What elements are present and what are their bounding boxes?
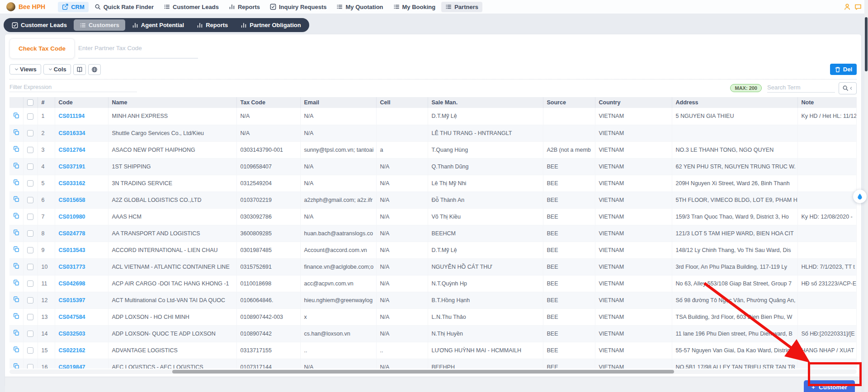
add-customer-button[interactable]: + Customer	[804, 380, 855, 392]
row-checkbox[interactable]	[27, 180, 33, 187]
globe-settings-button[interactable]	[88, 64, 101, 75]
delete-button[interactable]: Del	[830, 64, 857, 75]
customer-code-link[interactable]: CS022162	[55, 342, 108, 359]
nav-item-inquiry-requests[interactable]: Inquiry Requests	[266, 2, 330, 12]
customer-code-link[interactable]: CS016334	[55, 125, 108, 141]
tab-reports[interactable]: Reports	[191, 19, 234, 31]
chat-icon[interactable]	[854, 3, 862, 10]
copy-row-icon[interactable]	[9, 125, 23, 141]
customer-code-link[interactable]: CS010980	[55, 208, 108, 225]
copy-row-icon[interactable]	[9, 141, 23, 158]
column-header-note[interactable]: Note	[797, 97, 857, 108]
row-checkbox[interactable]	[27, 347, 33, 354]
person-icon[interactable]	[844, 3, 851, 10]
check-tax-code-button[interactable]: Check Tax Code	[9, 38, 75, 59]
horizontal-scrollbar-thumb[interactable]	[172, 370, 674, 373]
column-header-address[interactable]: Address	[672, 97, 797, 108]
column-header-source[interactable]: Source	[543, 97, 595, 108]
nav-item-reports[interactable]: Reports	[225, 2, 264, 12]
row-checkbox[interactable]	[27, 247, 33, 253]
nav-item-my-booking[interactable]: My Booking	[389, 2, 440, 12]
copy-row-icon[interactable]	[9, 108, 23, 125]
column-header-tax-code[interactable]: Tax Code	[236, 97, 300, 108]
book-view-button[interactable]	[73, 64, 86, 75]
customer-code-link[interactable]: CS042698	[55, 275, 108, 292]
column-header-country[interactable]: Country	[595, 97, 672, 108]
nav-item-crm[interactable]: CRM	[58, 2, 89, 12]
nav-item-partners[interactable]: Partners	[441, 2, 482, 12]
nav-item-customer-leads[interactable]: Customer Leads	[160, 2, 223, 12]
row-checkbox[interactable]	[27, 113, 33, 120]
filter-expression-input[interactable]	[9, 84, 137, 92]
copy-row-icon[interactable]	[9, 175, 23, 191]
partner-tax-code-input[interactable]	[78, 38, 198, 59]
customer-code-link[interactable]: CS019847	[55, 359, 108, 369]
customer-code-link[interactable]: CS031773	[55, 258, 108, 275]
copy-row-icon[interactable]	[9, 191, 23, 208]
customer-code-link[interactable]: CS037191	[55, 158, 108, 175]
search-button[interactable]	[839, 82, 857, 94]
row-checkbox[interactable]	[27, 230, 33, 237]
brand[interactable]: Bee HPH	[6, 2, 45, 11]
copy-row-icon[interactable]	[9, 292, 23, 308]
customer-code-link[interactable]: CS012764	[55, 141, 108, 158]
tab-customers[interactable]: Customers	[74, 19, 125, 31]
nav-item-quick-rate-finder[interactable]: Quick Rate Finder	[90, 2, 158, 12]
copy-row-icon[interactable]	[9, 225, 23, 242]
row-checkbox[interactable]	[27, 197, 33, 203]
email-cell: huan.bach@aatranslogs.co	[300, 225, 376, 242]
customer-code-link[interactable]: CS013543	[55, 242, 108, 258]
row-checkbox[interactable]	[27, 331, 33, 337]
row-checkbox[interactable]	[27, 130, 33, 136]
row-checkbox[interactable]	[27, 297, 33, 303]
copy-row-icon[interactable]	[9, 275, 23, 292]
row-checkbox[interactable]	[27, 364, 33, 369]
row-checkbox[interactable]	[27, 163, 33, 170]
customer-code-link[interactable]: CS033162	[55, 175, 108, 191]
search-term-input[interactable]	[767, 84, 835, 93]
customer-name-cell: AEC LOGISTICS - AEC LOGISTICS	[108, 359, 236, 369]
copy-row-icon[interactable]	[9, 325, 23, 342]
column-header-cell[interactable]: Cell	[376, 97, 428, 108]
column-header-index[interactable]: #	[38, 97, 55, 108]
tab-agent-potential[interactable]: Agent Potential	[126, 19, 190, 31]
row-checkbox[interactable]	[27, 147, 33, 153]
country-cell: VIETNAM	[595, 292, 672, 308]
customer-code-link[interactable]: CS015397	[55, 292, 108, 308]
sale-man-cell: L.N.Thu Thảo	[428, 308, 543, 325]
column-header-sale-man[interactable]: Sale Man.	[428, 97, 543, 108]
email-cell: N/A	[300, 158, 376, 175]
customer-code-link[interactable]: CS015658	[55, 191, 108, 208]
nav-item-my-quotation[interactable]: My Quotation	[332, 2, 387, 12]
plus-icon: +	[811, 384, 815, 391]
copy-row-icon[interactable]	[9, 158, 23, 175]
customer-code-link[interactable]: CS024778	[55, 225, 108, 242]
horizontal-scrollbar[interactable]	[9, 369, 857, 374]
copy-row-icon[interactable]	[9, 308, 23, 325]
views-dropdown-button[interactable]: Views	[9, 64, 41, 75]
row-number: 5	[38, 175, 55, 191]
row-checkbox[interactable]	[27, 280, 33, 287]
tab-partner-obligation[interactable]: Partner Obligation	[235, 19, 307, 31]
tab-customer-leads[interactable]: Customer Leads	[6, 19, 73, 31]
copy-row-icon[interactable]	[9, 342, 23, 359]
select-all-checkbox[interactable]	[27, 99, 33, 106]
copy-row-icon[interactable]	[9, 208, 23, 225]
copy-row-icon[interactable]	[9, 359, 23, 369]
customer-code-link[interactable]: CS047584	[55, 308, 108, 325]
row-checkbox[interactable]	[27, 314, 33, 320]
water-drop-floating-button[interactable]	[853, 190, 867, 203]
column-header-code[interactable]: Code	[55, 97, 108, 108]
column-header-name[interactable]: Name	[108, 97, 236, 108]
customer-code-link[interactable]: CS032503	[55, 325, 108, 342]
row-checkbox[interactable]	[27, 264, 33, 270]
customer-code-link[interactable]: CS011194	[55, 108, 108, 125]
cols-dropdown-button[interactable]: Cols	[43, 64, 71, 75]
copy-row-icon[interactable]	[9, 242, 23, 258]
copy-row-icon[interactable]	[9, 258, 23, 275]
vertical-scrollbar-thumb[interactable]	[865, 17, 868, 71]
row-checkbox[interactable]	[27, 214, 33, 220]
source-cell	[543, 125, 595, 141]
column-header-email[interactable]: Email	[300, 97, 376, 108]
customer-name-cell: ACP AIR CARGO -DOI TAC HANG KHONG -1	[108, 275, 236, 292]
